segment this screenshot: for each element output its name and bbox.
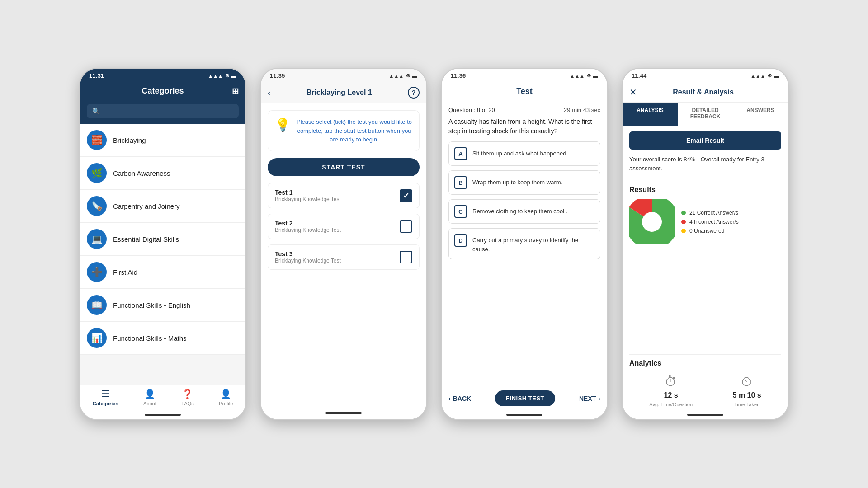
battery-icon-4: ▬ <box>774 73 779 79</box>
phone-bricklaying: 11:35 ▲▲▲ ⊛ ▬ ‹ Bricklaying Level 1 ? 💡 … <box>260 68 427 420</box>
test-name-2: Test 2 <box>275 220 341 227</box>
answer-d[interactable]: D Carry out a primary survey to identify… <box>448 228 600 259</box>
category-label: Essential Digital Skills <box>113 235 179 243</box>
bricklaying-header: ‹ Bricklaying Level 1 ? <box>261 82 426 103</box>
category-label: Functional Skills - Maths <box>113 334 187 342</box>
grid-icon[interactable]: ⊞ <box>232 86 239 96</box>
test-name-3: Test 3 <box>275 250 341 258</box>
analytics-section: Analytics ⏱ 12 s Avg. Time/Question ⏲ 5 … <box>623 359 788 412</box>
category-label: Bricklaying <box>113 136 146 144</box>
help-button[interactable]: ? <box>408 87 420 99</box>
checkbox-1[interactable]: ✓ <box>400 189 412 202</box>
nav-about[interactable]: 👤 About <box>143 389 156 406</box>
status-bar-2: 11:35 ▲▲▲ ⊛ ▬ <box>261 69 426 82</box>
avg-time-label: Avg. Time/Question <box>649 402 693 407</box>
category-item-firstaid[interactable]: ➕ First Aid <box>80 256 245 289</box>
results-section: Results 21 Correct Answer/s 4 Incorrect … <box>623 186 788 350</box>
tab-detailed-feedback[interactable]: DETAILED FEEDBACK <box>678 103 733 126</box>
category-label: Functional Skills - English <box>113 301 190 309</box>
category-item-maths[interactable]: 📊 Functional Skills - Maths <box>80 322 245 355</box>
nav-categories[interactable]: ☰ Categories <box>93 389 118 406</box>
test-nav: ‹ BACK FINISH TEST NEXT › <box>442 385 607 412</box>
profile-nav-icon: 👤 <box>220 389 231 399</box>
analytics-row: ⏱ 12 s Avg. Time/Question ⏲ 5 m 10 s Tim… <box>629 374 781 407</box>
legend: 21 Correct Answer/s 4 Incorrect Answer/s… <box>681 210 739 234</box>
wifi-icon: ⊛ <box>225 73 229 79</box>
english-icon: 📖 <box>87 295 107 315</box>
test-item-1[interactable]: Test 1 Bricklaying Knowledge Test ✓ <box>268 183 420 208</box>
wifi-icon-4: ⊛ <box>768 73 772 79</box>
back-test-button[interactable]: ‹ BACK <box>448 395 471 402</box>
test-item-2[interactable]: Test 2 Bricklaying Knowledge Test <box>268 214 420 239</box>
status-icons-4: ▲▲▲ ⊛ ▬ <box>750 73 779 79</box>
category-item-digital[interactable]: 💻 Essential Digital Skills <box>80 223 245 256</box>
category-label: First Aid <box>113 268 137 276</box>
analytics-heading: Analytics <box>629 359 781 367</box>
email-result-button[interactable]: Email Result <box>629 131 781 150</box>
correct-label: 21 Correct Answer/s <box>689 210 738 216</box>
unanswered-dot <box>681 229 686 233</box>
checkbox-3[interactable] <box>400 251 412 263</box>
categories-header: Categories ⊞ <box>80 82 245 100</box>
start-test-button[interactable]: START TEST <box>268 158 420 176</box>
categories-nav-label: Categories <box>93 401 118 406</box>
carpentry-icon: 🪚 <box>87 196 107 216</box>
category-label: Carbon Awareness <box>113 169 170 177</box>
nav-faqs[interactable]: ❓ FAQs <box>181 389 194 406</box>
back-button[interactable]: ‹ <box>268 88 271 98</box>
category-item-bricklaying[interactable]: 🧱 Bricklaying <box>80 124 245 157</box>
answer-a[interactable]: A Sit them up and ask what happened. <box>448 141 600 166</box>
divider-1 <box>629 181 781 181</box>
chart-row: 21 Correct Answer/s 4 Incorrect Answer/s… <box>629 199 781 244</box>
test-info-3: Test 3 Bricklaying Knowledge Test <box>275 250 341 264</box>
results-header: ✕ Result & Analysis <box>623 82 788 103</box>
category-item-english[interactable]: 📖 Functional Skills - English <box>80 289 245 322</box>
answer-b[interactable]: B Wrap them up to keep them warm. <box>448 170 600 195</box>
faqs-nav-icon: ❓ <box>182 389 193 399</box>
correct-dot <box>681 211 686 215</box>
test-info-1: Test 1 Bricklaying Knowledge Test <box>275 189 341 202</box>
signal-icon-4: ▲▲▲ <box>750 73 765 79</box>
legend-correct: 21 Correct Answer/s <box>681 210 739 216</box>
test-sub-2: Bricklaying Knowledge Test <box>275 227 341 233</box>
search-input[interactable] <box>87 104 239 118</box>
test-list: Test 1 Bricklaying Knowledge Test ✓ Test… <box>261 183 426 411</box>
battery-icon: ▬ <box>231 73 236 79</box>
answer-list: A Sit them up and ask what happened. B W… <box>442 141 607 385</box>
analytics-avg-time: ⏱ 12 s Avg. Time/Question <box>649 374 693 407</box>
test-sub-3: Bricklaying Knowledge Test <box>275 258 341 264</box>
question-text: A casualty has fallen from a height. Wha… <box>442 117 607 141</box>
analytics-time-taken: ⏲ 5 m 10 s Time Taken <box>733 374 761 407</box>
categories-title: Categories <box>142 86 184 96</box>
incorrect-dot <box>681 220 686 224</box>
test-item-3[interactable]: Test 3 Bricklaying Knowledge Test <box>268 244 420 270</box>
phone-test: 11:36 ▲▲▲ ⊛ ▬ Test Question : 8 of 20 29… <box>441 68 608 420</box>
time-3: 11:36 <box>451 72 466 79</box>
close-button[interactable]: ✕ <box>629 87 637 98</box>
wifi-icon-3: ⊛ <box>587 73 591 79</box>
tab-analysis[interactable]: ANALYSIS <box>623 103 678 126</box>
finish-test-button[interactable]: FINISH TEST <box>495 390 555 406</box>
test-title: Test <box>448 87 600 96</box>
answer-c[interactable]: C Remove clothing to keep them cool . <box>448 199 600 224</box>
phone-results: 11:44 ▲▲▲ ⊛ ▬ ✕ Result & Analysis ANALYS… <box>622 68 789 420</box>
category-item-carbon[interactable]: 🌿 Carbon Awareness <box>80 157 245 190</box>
checkbox-2[interactable] <box>400 220 412 233</box>
answer-text-a: Sit them up and ask what happened. <box>472 147 568 158</box>
tab-answers[interactable]: ANSWERS <box>733 103 788 126</box>
category-item-carpentry[interactable]: 🪚 Carpentry and Joinery <box>80 190 245 223</box>
bricklaying-title: Bricklaying Level 1 <box>275 89 403 97</box>
status-bar-4: 11:44 ▲▲▲ ⊛ ▬ <box>623 69 788 82</box>
wifi-icon-2: ⊛ <box>406 73 410 79</box>
score-text: Your overall score is 84% - Overall read… <box>623 155 788 176</box>
next-test-button[interactable]: NEXT › <box>579 395 600 402</box>
info-box: 💡 Please select (tick) the test you woul… <box>268 110 420 151</box>
test-name-1: Test 1 <box>275 189 341 196</box>
svg-point-2 <box>642 212 662 232</box>
info-text: Please select (tick) the test you would … <box>296 117 412 144</box>
test-header: Test <box>442 82 607 101</box>
time-2: 11:35 <box>270 72 285 79</box>
avg-time-icon: ⏱ <box>665 374 677 389</box>
answer-letter-d: D <box>454 234 467 247</box>
nav-profile[interactable]: 👤 Profile <box>219 389 233 406</box>
